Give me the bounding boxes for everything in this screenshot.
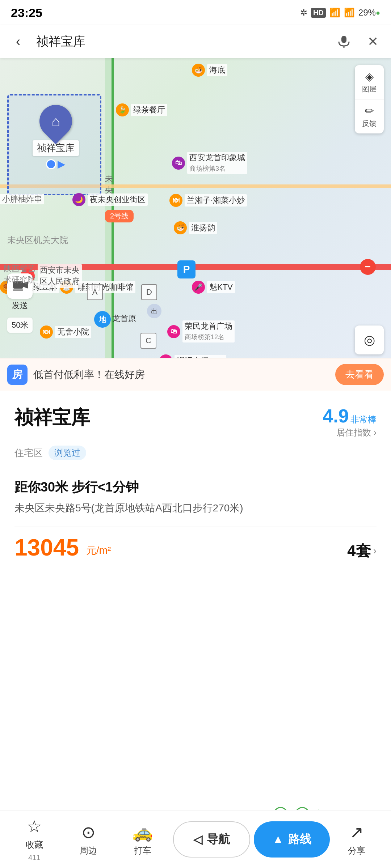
divider-1 <box>14 471 377 471</box>
location-dot <box>46 159 56 169</box>
poi-rongmin[interactable]: 🛍 荣民龙首广场商场榜第12名 <box>167 320 235 342</box>
search-input[interactable]: 祯祥宝库 <box>36 33 326 50</box>
share-action[interactable]: ↗ 分享 <box>330 822 384 856</box>
vertical-road-2 <box>112 58 114 391</box>
price-block: 13045 元/m² 4套 › <box>14 534 377 561</box>
collect-action[interactable]: ☆ 收藏 411 <box>7 817 61 862</box>
rating-sub-link[interactable]: 居住指数 › <box>323 427 377 438</box>
ad-text: 低首付低利率！在线好房 <box>33 368 329 382</box>
info-header: 祯祥宝库 4.9 非常棒 居住指数 › <box>14 405 377 438</box>
search-bar: ‹ 祯祥宝库 ✕ <box>0 25 391 58</box>
place-title: 祯祥宝库 <box>14 405 90 430</box>
info-tags: 住宅区 浏览过 <box>14 446 377 460</box>
metro-line2-badge: 2号线 <box>105 210 134 222</box>
layer-label: 图层 <box>362 84 377 94</box>
microphone-button[interactable] <box>333 31 355 52</box>
nearby-label: 周边 <box>80 845 97 856</box>
taxi-label: 打车 <box>134 845 151 856</box>
info-panel: 祯祥宝库 4.9 非常棒 居住指数 › 住宅区 浏览过 距你30米 步行<1分钟… <box>0 391 391 825</box>
subway-icon: 地 <box>94 311 111 328</box>
distance-text: 距你30米 步行<1分钟 <box>14 478 377 496</box>
parking-badge: P <box>177 260 196 278</box>
navigate-label: 导航 <box>207 831 230 847</box>
ad-button[interactable]: 去看看 <box>335 364 384 385</box>
svg-rect-0 <box>341 36 346 43</box>
poi-xianlong[interactable]: 🛍 西安龙首印象城商场榜第3名 <box>172 152 247 174</box>
route-icon: ▲ <box>272 833 284 846</box>
exit-c-label: C <box>140 333 156 349</box>
ad-icon: 房 <box>7 365 28 385</box>
status-icons: ✲ HD 📶 📶 29% ● <box>300 8 380 18</box>
navigate-icon: ◁ <box>193 833 202 846</box>
send-label: 发送 <box>12 300 28 311</box>
place-type-tag: 住宅区 <box>14 447 43 459</box>
location-pin[interactable]: ⌂ 祯祥宝库 ▶ <box>33 105 79 170</box>
poi-haidi[interactable]: 🍜 海底 <box>192 64 227 77</box>
nearby-icon: ⊙ <box>81 822 96 842</box>
price-unit: 元/m² <box>86 544 111 557</box>
layer-button[interactable]: ◈ 图层 <box>355 65 384 99</box>
rating-label: 非常棒 <box>350 414 377 424</box>
subway-label: 龙首原 <box>112 313 136 324</box>
share-label: 分享 <box>348 845 365 856</box>
suite-count[interactable]: 4套 › <box>347 541 377 561</box>
poi-lvcha[interactable]: 🍃 绿茶餐厅 <box>116 103 167 116</box>
collect-label: 收藏 <box>26 839 43 851</box>
share-icon: ↗ <box>350 822 364 842</box>
pin-direction: ▶ <box>46 158 66 170</box>
collect-count: 411 <box>28 854 40 862</box>
close-button[interactable]: ✕ <box>362 31 384 52</box>
taxi-icon: 🚕 <box>132 822 153 842</box>
back-button[interactable]: ‹ <box>7 31 29 52</box>
info-title-block: 祯祥宝库 <box>14 405 90 430</box>
poi-mei[interactable]: 🎤 魅KTV <box>192 281 235 294</box>
divider-2 <box>14 527 377 527</box>
suite-arrow: › <box>373 545 377 557</box>
price-value: 13045 <box>14 534 79 561</box>
feedback-icon: ✏ <box>365 105 374 117</box>
route-label: 路线 <box>288 831 311 847</box>
poi-yeweiyang[interactable]: 🌙 夜未央创业街区 <box>72 193 148 206</box>
layers-icon: ◈ <box>365 70 374 83</box>
feedback-label: 反馈 <box>362 119 377 128</box>
pin-icon: ⌂ <box>33 98 79 144</box>
distance-badge: 50米 <box>7 318 33 333</box>
poi-huaiyanghan[interactable]: 🍜 淮扬韵 <box>174 221 217 234</box>
poi-wushe[interactable]: 🍽 无舍小院 <box>40 326 91 339</box>
locate-icon: ◎ <box>364 332 375 348</box>
rating-score: 4.9 <box>323 405 349 426</box>
suite-number: 4套 <box>347 541 371 561</box>
bluetooth-icon: ✲ <box>300 8 307 18</box>
hd-icon: HD <box>311 8 326 18</box>
signal-icon: 📶 <box>329 8 340 18</box>
exit-d-label: D <box>141 284 157 300</box>
bottom-action-bar: ☆ 收藏 411 ⊙ 周边 🚕 打车 ◁ 导航 ▲ 路线 ↗ 分享 <box>0 810 391 868</box>
vertical-road-1 <box>105 58 112 391</box>
locate-button[interactable]: ◎ <box>355 326 384 354</box>
visited-tag: 浏览过 <box>49 446 86 460</box>
poi-xiaopou[interactable]: 小胖柚炸串 <box>0 194 44 205</box>
label-shaanxi-arts: 陕西省艺术研究院 <box>4 263 35 286</box>
zoom-minus-button[interactable]: − <box>360 259 376 275</box>
poi-lanxiang[interactable]: 🍽 兰湘子·湘菜小炒 <box>169 194 247 207</box>
rating-block: 4.9 非常棒 居住指数 › <box>323 405 377 438</box>
taxi-action[interactable]: 🚕 打车 <box>115 822 169 856</box>
nearby-action[interactable]: ⊙ 周边 <box>61 822 115 856</box>
feedback-button[interactable]: ✏ 反馈 <box>355 99 384 133</box>
ad-banner: 房 低首付低利率！在线好房 去看看 <box>0 358 391 391</box>
collect-icon: ☆ <box>27 817 42 836</box>
navigate-button[interactable]: ◁ 导航 <box>173 821 250 858</box>
route-button[interactable]: ▲ 路线 <box>254 821 329 858</box>
map-area: 未央路 ⌂ 祯祥宝库 ▶ 🍜 海底 🍃 绿茶餐厅 🛍 西安龙首印象城商场榜第3名… <box>0 58 391 391</box>
exit-a-label: A <box>87 284 103 300</box>
status-bar: 23:25 ✲ HD 📶 📶 29% ● <box>0 0 391 25</box>
status-time: 23:25 <box>11 6 42 20</box>
map-layer-panel: ◈ 图层 ✏ 反馈 <box>355 65 384 133</box>
exit-circle: 出 <box>147 304 161 318</box>
address-text: 未央区未央路5号(龙首原地铁站A西北口步行270米) <box>14 501 377 516</box>
label-weiyangdayuan: 未央区机关大院 <box>7 234 68 246</box>
battery-indicator: 29% ● <box>358 8 380 18</box>
signal-icon2: 📶 <box>344 8 355 18</box>
